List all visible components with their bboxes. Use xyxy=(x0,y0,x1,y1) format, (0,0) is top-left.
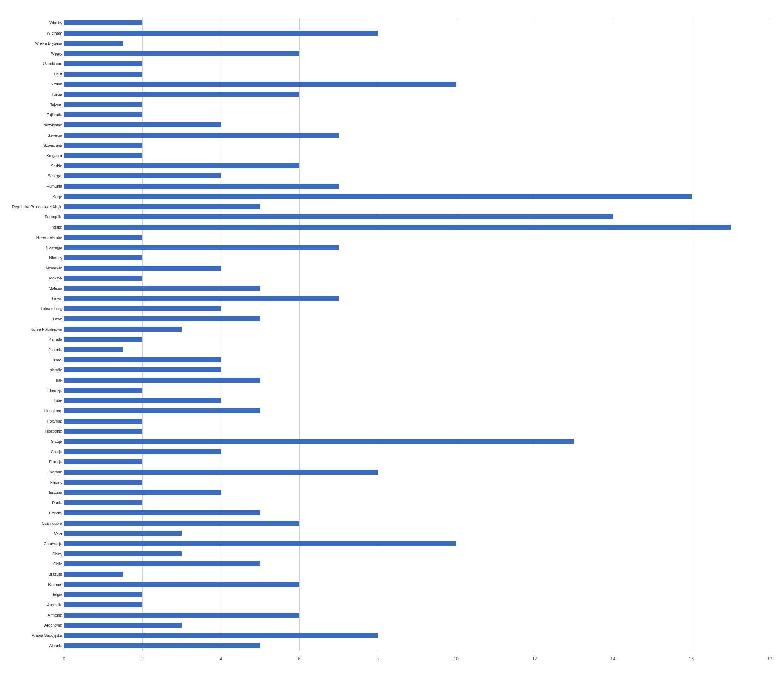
bar xyxy=(64,510,260,515)
bar xyxy=(64,419,142,424)
bar xyxy=(64,164,299,168)
bar-label: Dania xyxy=(5,500,62,505)
bar-row: Gruzja xyxy=(64,436,770,447)
bar-label: Czarnogóra xyxy=(5,521,62,525)
bar xyxy=(64,398,221,403)
bar xyxy=(64,623,182,628)
bar-row: Łotwa xyxy=(64,293,770,304)
bar-label: Argentyna xyxy=(5,623,62,627)
bar-row: Arabia Saudyjska xyxy=(64,631,770,641)
bar-row: USA xyxy=(64,69,770,79)
bar-label: USA xyxy=(5,72,62,76)
bar-row: Holandia xyxy=(64,416,770,426)
bar xyxy=(64,347,123,352)
bar xyxy=(64,337,142,342)
bar-label: Hongkong xyxy=(5,409,62,413)
bar-row: Portugalia xyxy=(64,212,770,222)
bar-label: Australia xyxy=(5,603,62,607)
bar xyxy=(64,469,378,474)
bar xyxy=(64,276,142,281)
bar-row: Filipiny xyxy=(64,477,770,487)
bar xyxy=(64,500,142,505)
bar xyxy=(64,613,299,618)
bar-label: Izrael xyxy=(5,358,62,362)
bar xyxy=(64,378,260,383)
bar xyxy=(64,184,339,189)
x-axis-labels: 024681012141618 xyxy=(64,652,770,661)
bar xyxy=(64,327,182,332)
x-axis-label: 12 xyxy=(532,656,537,661)
bar-label: Serbia xyxy=(5,164,62,168)
bar xyxy=(64,20,142,25)
bar xyxy=(64,521,299,526)
bar-row: Kanada xyxy=(64,334,770,345)
bar-row: Armenia xyxy=(64,610,770,620)
bar-label: Finlandia xyxy=(5,470,62,474)
bar-row: Włochy xyxy=(64,18,770,28)
bar-row: Islandia xyxy=(64,365,770,375)
bar-label: Szwajcaria xyxy=(5,143,62,147)
bar-label: Filipiny xyxy=(5,480,62,484)
bar-row: Turcja xyxy=(64,89,770,100)
bar xyxy=(64,429,142,434)
bar-label: Chiny xyxy=(5,552,62,556)
bar-label: Grecja xyxy=(5,449,62,454)
bar-row: Luksemburg xyxy=(64,304,770,314)
bar-label: Cypr xyxy=(5,531,62,535)
bar xyxy=(64,235,142,240)
bar-row: Litwa xyxy=(64,314,770,324)
bar-label: Turcja xyxy=(5,92,62,96)
bar xyxy=(64,61,142,66)
bar-row: Brazylia xyxy=(64,569,770,580)
bar-label: Republika Południowej Afryki xyxy=(5,205,62,209)
bar-label: Norwegia xyxy=(5,245,62,249)
bar-row: Estonia xyxy=(64,487,770,498)
bar-label: Rosja xyxy=(5,194,62,199)
bar xyxy=(64,214,613,219)
bar xyxy=(64,112,142,117)
bar xyxy=(64,562,260,567)
bar-row: Izrael xyxy=(64,355,770,365)
bar xyxy=(64,194,692,199)
bar-label: Irak xyxy=(5,378,62,382)
bar-row: Mołdawia xyxy=(64,263,770,273)
bar-label: Rumunia xyxy=(5,184,62,188)
bar xyxy=(64,133,339,138)
bar-label: Nowa Zelandia xyxy=(5,235,62,239)
bar-row: Nowa Zelandia xyxy=(64,232,770,243)
bar-label: Armenia xyxy=(5,613,62,617)
bar xyxy=(64,317,260,322)
bar-row: Malezja xyxy=(64,283,770,294)
bar-label: Arabia Saudyjska xyxy=(5,633,62,638)
bar-row: Serbia xyxy=(64,160,770,171)
bar-row: Korea Południowa xyxy=(64,324,770,334)
x-axis-label: 10 xyxy=(454,656,458,661)
bar-label: Albania xyxy=(5,644,62,648)
bar xyxy=(64,153,142,158)
bar-row: Wietnam xyxy=(64,28,770,38)
grid-line xyxy=(770,18,770,651)
bar-label: Mołdawia xyxy=(5,266,62,270)
bar xyxy=(64,306,221,311)
bar xyxy=(64,173,221,178)
bar xyxy=(64,122,221,127)
bar-label: Niemcy xyxy=(5,256,62,260)
bar-label: Korea Południowa xyxy=(5,327,62,331)
bar-row: Chiny xyxy=(64,548,770,559)
bar-label: Francja xyxy=(5,459,62,464)
bar-row: Grecja xyxy=(64,446,770,457)
bar xyxy=(64,245,339,250)
bar-row: Dania xyxy=(64,498,770,508)
bar-label: Tajlandia xyxy=(5,112,62,117)
bar xyxy=(64,296,339,301)
bar xyxy=(64,388,142,393)
bar-row: Argentyna xyxy=(64,620,770,631)
bar-row: Tajwan xyxy=(64,99,770,110)
bar xyxy=(64,31,378,36)
bar xyxy=(64,602,142,607)
x-axis-label: 0 xyxy=(63,656,66,661)
bar-row: Szwajcaria xyxy=(64,140,770,150)
bar xyxy=(64,541,456,546)
bar-label: Wietnam xyxy=(5,31,62,35)
bar-label: Włochy xyxy=(5,21,62,25)
